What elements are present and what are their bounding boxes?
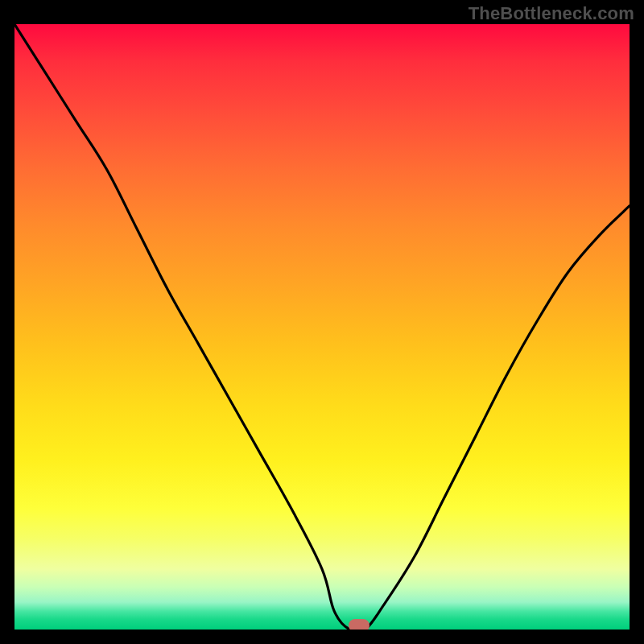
plot-area bbox=[14, 24, 630, 630]
watermark-text: TheBottleneck.com bbox=[469, 3, 634, 24]
curve-svg bbox=[14, 24, 630, 630]
bottleneck-curve-path bbox=[14, 24, 630, 630]
chart-frame: TheBottleneck.com bbox=[0, 0, 644, 644]
optimum-marker bbox=[349, 619, 369, 630]
